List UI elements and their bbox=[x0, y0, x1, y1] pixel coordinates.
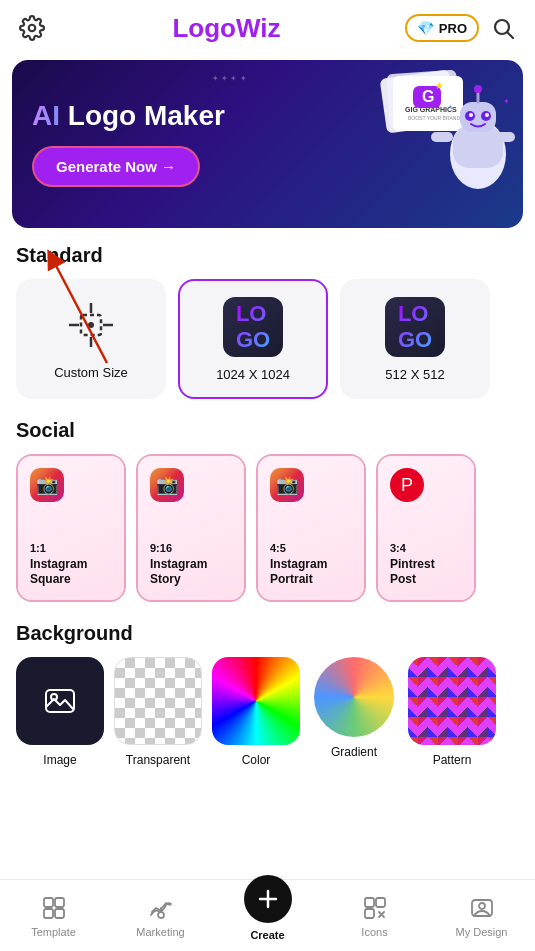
svg-text:G: G bbox=[422, 88, 434, 105]
instagram-icon-1: 📸 bbox=[30, 468, 64, 502]
social-label-3: 4:5 Instagram Portrait bbox=[270, 541, 352, 588]
standard-grid: Custom Size LOGO 1024 X 1024 LOGO 512 X … bbox=[0, 279, 535, 419]
bg-card-transparent[interactable]: Transparent bbox=[114, 657, 202, 767]
bg-label-gradient: Gradient bbox=[331, 745, 377, 759]
bg-label-pattern: Pattern bbox=[433, 753, 472, 767]
template-nav-label: Template bbox=[31, 926, 76, 938]
bg-label-image: Image bbox=[43, 753, 76, 767]
standard-card-1024[interactable]: LOGO 1024 X 1024 bbox=[178, 279, 328, 399]
my-design-icon bbox=[468, 894, 496, 922]
background-section: Background Image Transparent Color bbox=[0, 622, 535, 787]
svg-text:✦: ✦ bbox=[448, 104, 453, 110]
nav-item-template[interactable]: Template bbox=[0, 894, 107, 938]
standard-card-custom-size[interactable]: Custom Size bbox=[16, 279, 166, 399]
logo-text-purple: Wiz bbox=[236, 13, 281, 43]
bottom-nav: Template Marketing Create bbox=[0, 879, 535, 951]
pro-label: PRO bbox=[439, 21, 467, 36]
banner-text: AI Logo Maker Generate Now → bbox=[32, 101, 225, 187]
social-label-4: 3:4 Pintrest Post bbox=[390, 541, 462, 588]
bottom-spacer bbox=[0, 787, 535, 867]
logo-icon-512: LOGO bbox=[385, 297, 445, 357]
svg-point-0 bbox=[29, 25, 36, 32]
svg-rect-42 bbox=[376, 898, 385, 907]
bg-label-color: Color bbox=[242, 753, 271, 767]
svg-rect-35 bbox=[44, 909, 53, 918]
banner: AI Logo Maker Generate Now → GIG GRAPHIC… bbox=[12, 60, 523, 228]
svg-point-15 bbox=[469, 113, 473, 117]
nav-item-my-design[interactable]: My Design bbox=[428, 894, 535, 938]
logo-text-black: Logo bbox=[172, 13, 236, 43]
social-card-9-16[interactable]: 📸 9:16 Instagram Story bbox=[136, 454, 246, 602]
image-icon bbox=[41, 682, 79, 720]
social-section-title: Social bbox=[0, 419, 535, 454]
pinterest-icon: P bbox=[390, 468, 424, 502]
bg-card-color[interactable]: Color bbox=[212, 657, 300, 767]
generate-now-label: Generate Now → bbox=[56, 158, 176, 175]
bg-swatch-transparent bbox=[114, 657, 202, 745]
gear-icon bbox=[19, 15, 45, 41]
banner-illustration: GIG GRAPHICS BOOST YOUR BRAND G ★ bbox=[323, 60, 523, 228]
social-section: Social 📸 1:1 Instagram Square 📸 9:16 Ins… bbox=[0, 419, 535, 622]
standard-card-512[interactable]: LOGO 512 X 512 bbox=[340, 279, 490, 399]
svg-rect-19 bbox=[431, 132, 453, 142]
social-card-1-1[interactable]: 📸 1:1 Instagram Square bbox=[16, 454, 126, 602]
svg-rect-43 bbox=[365, 909, 374, 918]
custom-size-icon bbox=[65, 299, 117, 355]
svg-rect-36 bbox=[55, 909, 64, 918]
svg-rect-20 bbox=[493, 132, 515, 142]
svg-point-18 bbox=[474, 85, 482, 93]
app-header: LogoWiz 💎 PRO bbox=[0, 0, 535, 56]
svg-text:BOOST YOUR BRAND: BOOST YOUR BRAND bbox=[408, 115, 460, 121]
bg-swatch-image bbox=[16, 657, 104, 745]
search-button[interactable] bbox=[487, 12, 519, 44]
nav-item-icons[interactable]: Icons bbox=[321, 894, 428, 938]
marketing-nav-label: Marketing bbox=[136, 926, 184, 938]
logo-icon-1024: LOGO bbox=[223, 297, 283, 357]
bg-card-image[interactable]: Image bbox=[16, 657, 104, 767]
svg-point-30 bbox=[88, 322, 94, 328]
bg-swatch-pattern bbox=[408, 657, 496, 745]
svg-text:★: ★ bbox=[435, 80, 444, 91]
svg-text:✦: ✦ bbox=[503, 97, 510, 106]
banner-star-1: ✦ ✦ ✦ ✦ bbox=[212, 74, 247, 83]
standard-section-title: Standard bbox=[0, 244, 535, 279]
crosshair-icon bbox=[65, 299, 117, 351]
banner-title-rest: Logo Maker bbox=[60, 100, 225, 131]
social-label-2: 9:16 Instagram Story bbox=[150, 541, 232, 588]
svg-point-45 bbox=[479, 903, 485, 909]
icons-nav-label: Icons bbox=[361, 926, 387, 938]
nav-item-marketing[interactable]: Marketing bbox=[107, 894, 214, 938]
nav-item-create[interactable]: Create bbox=[214, 891, 321, 941]
marketing-icon bbox=[147, 894, 175, 922]
bg-card-gradient[interactable]: Gradient bbox=[310, 657, 398, 767]
standard-section: Standard Custom Size LOGO 1024 X 1024 bbox=[0, 244, 535, 419]
svg-rect-11 bbox=[453, 126, 503, 168]
banner-ai-text: AI bbox=[32, 100, 60, 131]
social-grid: 📸 1:1 Instagram Square 📸 9:16 Instagram … bbox=[0, 454, 535, 622]
svg-point-16 bbox=[485, 113, 489, 117]
background-section-title: Background bbox=[0, 622, 535, 657]
1024-label: 1024 X 1024 bbox=[216, 367, 290, 382]
instagram-icon-3: 📸 bbox=[270, 468, 304, 502]
social-label-1: 1:1 Instagram Square bbox=[30, 541, 112, 588]
create-nav-label: Create bbox=[250, 929, 284, 941]
app-logo: LogoWiz bbox=[172, 13, 280, 44]
banner-title: AI Logo Maker bbox=[32, 101, 225, 132]
svg-point-37 bbox=[158, 912, 164, 918]
social-card-4-5[interactable]: 📸 4:5 Instagram Portrait bbox=[256, 454, 366, 602]
background-grid: Image Transparent Color Gradient Pattern bbox=[0, 657, 535, 787]
svg-rect-34 bbox=[55, 898, 64, 907]
svg-line-2 bbox=[508, 33, 514, 39]
svg-rect-33 bbox=[44, 898, 53, 907]
bg-swatch-gradient bbox=[314, 657, 394, 737]
social-card-3-4[interactable]: P 3:4 Pintrest Post bbox=[376, 454, 476, 602]
bg-swatch-color bbox=[212, 657, 300, 745]
generate-now-button[interactable]: Generate Now → bbox=[32, 146, 200, 187]
svg-rect-41 bbox=[365, 898, 374, 907]
bg-card-pattern[interactable]: Pattern bbox=[408, 657, 496, 767]
pro-badge[interactable]: 💎 PRO bbox=[405, 14, 479, 42]
settings-button[interactable] bbox=[16, 12, 48, 44]
template-icon bbox=[40, 894, 68, 922]
diamond-icon: 💎 bbox=[417, 20, 434, 36]
512-label: 512 X 512 bbox=[385, 367, 444, 382]
